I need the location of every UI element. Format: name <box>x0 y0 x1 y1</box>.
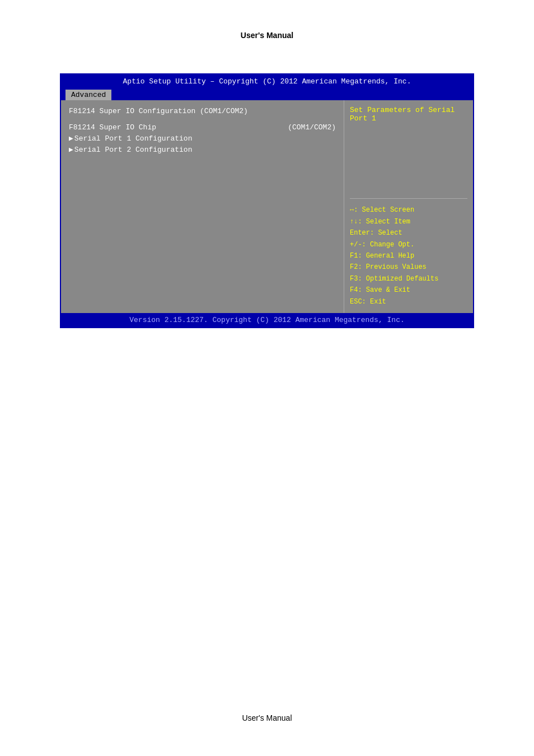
version-text: Version 2.15.1227. Copyright (C) 2012 Am… <box>129 316 404 324</box>
key-f2-previous: F2: Previous Values <box>350 262 467 273</box>
key-f1-help: F1: General Help <box>350 250 467 262</box>
key-enter-select: Enter: Select <box>350 227 467 239</box>
key-esc-exit: ESC: Exit <box>350 296 467 307</box>
help-text: Set Parameters of Serial Port 1 <box>350 106 467 187</box>
tab-advanced[interactable]: Advanced <box>65 90 111 100</box>
page-header: User's Manual <box>0 0 534 57</box>
chip-item: F81214 Super IO Chip (COM1/COM2) <box>69 123 336 132</box>
bios-footer: Version 2.15.1227. Copyright (C) 2012 Am… <box>61 313 473 327</box>
bios-title-text: Aptio Setup Utility – Copyright (C) 2012… <box>123 77 411 86</box>
bios-titlebar: Aptio Setup Utility – Copyright (C) 2012… <box>61 74 473 88</box>
key-f4-save: F4: Save & Exit <box>350 284 467 296</box>
menu-item-serial-port-1[interactable]: Serial Port 1 Configuration <box>69 134 336 143</box>
footer-title: User's Manual <box>242 713 292 722</box>
bios-left-panel: F81214 Super IO Configuration (COM1/COM2… <box>61 100 344 313</box>
key-f3-defaults: F3: Optimized Defaults <box>350 273 467 284</box>
chip-value: (COM1/COM2) <box>288 123 336 132</box>
help-divider <box>350 198 467 199</box>
section-title: F81214 Super IO Configuration (COM1/COM2… <box>69 107 336 115</box>
bios-tabs: Advanced <box>61 88 473 100</box>
header-title: User's Manual <box>241 31 293 40</box>
bios-screen: Aptio Setup Utility – Copyright (C) 2012… <box>60 73 474 328</box>
page-footer: User's Manual <box>0 702 534 734</box>
bios-right-panel: Set Parameters of Serial Port 1 ↔: Selec… <box>344 100 473 313</box>
serial-port-1-label: Serial Port 1 Configuration <box>74 134 336 143</box>
serial-port-2-label: Serial Port 2 Configuration <box>74 146 336 154</box>
key-change-opt: +/-: Change Opt. <box>350 239 467 250</box>
bios-body: F81214 Super IO Configuration (COM1/COM2… <box>61 100 473 313</box>
help-keys: ↔: Select Screen ↑↓: Select Item Enter: … <box>350 204 467 307</box>
key-select-screen: ↔: Select Screen <box>350 204 467 216</box>
key-select-item: ↑↓: Select Item <box>350 216 467 227</box>
menu-item-serial-port-2[interactable]: Serial Port 2 Configuration <box>69 145 336 154</box>
chip-label: F81214 Super IO Chip <box>69 123 288 132</box>
